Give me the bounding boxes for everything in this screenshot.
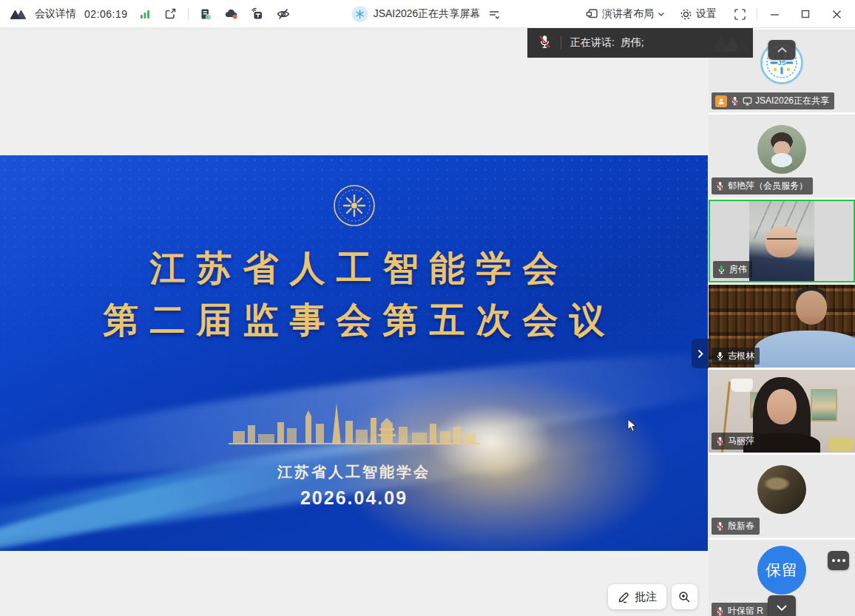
- mic-on-icon: [715, 351, 725, 361]
- mic-muted-icon: [715, 436, 725, 446]
- sharing-title: JSAI2026正在共享屏幕: [374, 7, 481, 21]
- titlebar-divider: [757, 8, 757, 20]
- meeting-window: 会议详情 02:06:19: [0, 0, 855, 616]
- participant-nameplate: JSAI2026正在共享: [712, 92, 834, 109]
- titlebar-center-group: JSAI2026正在共享屏幕: [352, 0, 504, 28]
- speaking-toast: 正在讲话: 房伟;: [527, 28, 753, 58]
- sidebar-collapse-handle[interactable]: [692, 339, 709, 368]
- slide-title-block: 江苏省人工智能学会 第二届监事会第五次会议: [0, 243, 708, 346]
- annotate-label: 批注: [635, 590, 657, 604]
- participant-tiles: JS JSAI2026正在共享 郁艳萍（会员服务）: [709, 28, 855, 616]
- mic-muted-icon: [715, 606, 725, 616]
- titlebar: 会议详情 02:06:19: [0, 0, 855, 28]
- participant-name: 房伟: [729, 263, 747, 276]
- meeting-doc-icon[interactable]: [197, 5, 214, 23]
- app-logo-icon: [9, 5, 27, 23]
- avatar-initials: 保留: [766, 560, 798, 581]
- annotation-toolbar: 批注: [608, 584, 697, 609]
- settings-button[interactable]: 设置: [674, 0, 723, 28]
- chevron-down-icon: [776, 604, 788, 612]
- participant-name: 殷新春: [728, 520, 754, 532]
- watermark-logo: [710, 31, 748, 58]
- minimize-button[interactable]: [760, 0, 788, 28]
- chevron-right-icon: [697, 349, 703, 359]
- participant-name: 郁艳萍（会员服务）: [728, 180, 808, 192]
- pen-icon: [618, 591, 630, 603]
- participant-nameplate: 叶保留 R: [712, 603, 768, 616]
- speaker-name: 房伟;: [621, 36, 644, 48]
- titlebar-left-group: 会议详情 02:06:19: [0, 5, 292, 23]
- layout-dropdown[interactable]: 演讲者布局: [580, 0, 671, 28]
- lamp-decoration: [731, 379, 753, 392]
- layout-label: 演讲者布局: [602, 7, 654, 21]
- collapse-sidebar-button[interactable]: [768, 40, 796, 60]
- hide-view-icon[interactable]: [274, 5, 292, 23]
- host-badge-icon: [715, 95, 727, 107]
- chevron-down-icon: [658, 12, 665, 17]
- slide-footer-org: 江苏省人工智能学会: [0, 462, 708, 482]
- slide-title-line2: 第二届监事会第五次会议: [0, 294, 708, 346]
- close-button[interactable]: [822, 0, 851, 28]
- mic-active-icon: [717, 265, 726, 274]
- mic-muted-icon: [538, 35, 552, 52]
- meeting-details-button[interactable]: 会议详情: [35, 7, 76, 21]
- participant-name: 叶保留 R: [728, 605, 763, 616]
- toast-divider: [561, 36, 561, 50]
- screen-share-icon: [743, 97, 752, 106]
- participant-nameplate: 马丽萍: [712, 433, 760, 450]
- mic-muted-icon: [715, 521, 725, 531]
- maximize-button[interactable]: [791, 0, 819, 28]
- participant-face: [796, 291, 827, 325]
- more-options-button[interactable]: [828, 551, 849, 570]
- participant-nameplate: 殷新春: [712, 518, 760, 535]
- mic-muted-icon: [730, 96, 740, 106]
- participant-tile-yuyanping[interactable]: 郁艳萍（会员服务）: [709, 115, 855, 197]
- magnify-button[interactable]: [672, 584, 697, 609]
- association-emblem: [332, 183, 376, 228]
- presentation-slide: 江苏省人工智能学会 第二届监事会第五次会议: [0, 155, 708, 551]
- speaking-status-text: 正在讲话: 房伟;: [570, 36, 644, 50]
- mic-muted-icon: [715, 181, 725, 191]
- participant-name: 马丽萍: [728, 435, 754, 447]
- settings-label: 设置: [696, 7, 717, 21]
- ellipsis-icon: [832, 559, 835, 562]
- slide-title-line1: 江苏省人工智能学会: [0, 243, 708, 294]
- participant-avatar: [757, 125, 806, 174]
- scroll-down-button[interactable]: [768, 595, 796, 616]
- participant-face: [767, 389, 797, 424]
- view-switch-icon[interactable]: [485, 5, 503, 23]
- open-external-icon[interactable]: [162, 5, 180, 23]
- chevron-up-icon: [777, 47, 787, 53]
- participant-tile-yinxinchun[interactable]: 殷新春: [709, 455, 855, 538]
- speaking-prefix: 正在讲话:: [570, 36, 615, 48]
- participant-tile-fangwei[interactable]: 房伟: [709, 200, 855, 282]
- magnifier-plus-icon: [678, 591, 691, 603]
- city-skyline-graphic: [229, 402, 480, 447]
- sharer-avatar: [352, 6, 368, 22]
- wall-painting: [811, 389, 837, 422]
- participant-name: 吉根林: [728, 350, 754, 362]
- fullscreen-button[interactable]: [726, 0, 754, 28]
- titlebar-right-group: 演讲者布局 设置: [580, 0, 855, 28]
- participant-tile-jigenlin[interactable]: 吉根林: [709, 285, 855, 368]
- participant-nameplate: 房伟: [713, 261, 752, 278]
- couch-pillow: [828, 438, 854, 451]
- participant-nameplate: 郁艳萍（会员服务）: [712, 177, 813, 194]
- meeting-timer: 02:06:19: [84, 8, 128, 20]
- live-transcription-icon[interactable]: [249, 5, 266, 23]
- cloud-record-icon[interactable]: [223, 5, 240, 23]
- shared-screen-area: 江苏省人工智能学会 第二届监事会第五次会议: [0, 28, 709, 616]
- slide-footer-block: 江苏省人工智能学会 2026.04.09: [0, 462, 708, 509]
- participant-avatar: 保留: [757, 546, 806, 595]
- participant-nameplate: 吉根林: [712, 348, 760, 365]
- participant-name: JSAI2026正在共享: [755, 95, 829, 107]
- participant-body: [754, 331, 855, 368]
- annotate-button[interactable]: 批注: [608, 584, 666, 609]
- network-signal-icon: [136, 5, 154, 23]
- participant-tile-maliping[interactable]: 马丽萍: [709, 370, 855, 453]
- participant-avatar: [757, 465, 806, 514]
- participant-glasses: [767, 238, 797, 244]
- slide-footer-date: 2026.04.09: [0, 487, 708, 509]
- participants-sidebar: JS JSAI2026正在共享 郁艳萍（会员服务）: [709, 28, 855, 616]
- jsai-logo-text: JS: [777, 59, 785, 67]
